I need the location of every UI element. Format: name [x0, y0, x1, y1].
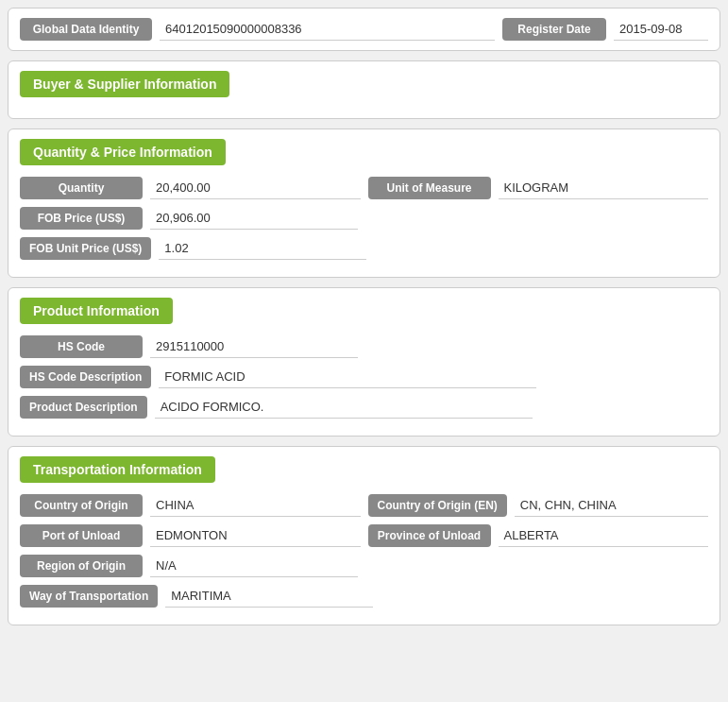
- transport-card: Transportation Information Country of Or…: [8, 446, 720, 625]
- hs-code-label: HS Code: [20, 335, 143, 358]
- quantity-group: Quantity 20,400.00: [20, 177, 361, 199]
- country-origin-en-value: CN, CHN, CHINA: [515, 494, 708, 517]
- buyer-supplier-header: Buyer & Supplier Information: [20, 71, 229, 97]
- buyer-supplier-card: Buyer & Supplier Information: [8, 60, 720, 119]
- quantity-value: 20,400.00: [150, 177, 361, 199]
- hs-desc-label: HS Code Description: [20, 366, 151, 388]
- product-header: Product Information: [20, 298, 173, 324]
- prod-desc-row: Product Description ACIDO FORMICO.: [20, 396, 708, 419]
- region-origin-row: Region of Origin N/A: [20, 555, 708, 577]
- hs-code-value: 2915110000: [150, 335, 358, 358]
- country-origin-value: CHINA: [150, 494, 361, 517]
- product-card: Product Information HS Code 2915110000 H…: [8, 287, 720, 437]
- country-origin-row: Country of Origin CHINA Country of Origi…: [20, 494, 708, 517]
- unit-label: Unit of Measure: [368, 177, 491, 199]
- country-origin-group: Country of Origin CHINA: [20, 494, 361, 517]
- hs-desc-row: HS Code Description FORMIC ACID: [20, 366, 708, 388]
- global-identity-card: Global Data Identity 6401201509000000833…: [8, 8, 720, 51]
- way-transport-row: Way of Transportation MARITIMA: [20, 585, 708, 608]
- hs-desc-value: FORMIC ACID: [159, 366, 536, 388]
- prod-desc-label: Product Description: [20, 396, 147, 419]
- fob-unit-price-value: 1.02: [159, 237, 366, 260]
- fob-price-label: FOB Price (US$): [20, 207, 143, 230]
- country-origin-label: Country of Origin: [20, 494, 143, 517]
- province-unload-group: Province of Unload ALBERTA: [368, 524, 709, 547]
- prod-desc-value: ACIDO FORMICO.: [155, 396, 533, 419]
- country-origin-en-label: Country of Origin (EN): [368, 494, 507, 517]
- register-date-value: 2015-09-08: [614, 18, 708, 41]
- hs-code-row: HS Code 2915110000: [20, 335, 708, 358]
- global-id-value: 64012015090000008336: [160, 18, 495, 41]
- way-transport-value: MARITIMA: [165, 585, 373, 608]
- global-id-row: Global Data Identity 6401201509000000833…: [20, 18, 708, 41]
- global-id-label: Global Data Identity: [20, 18, 152, 41]
- region-origin-value: N/A: [150, 555, 358, 577]
- fob-unit-price-row: FOB Unit Price (US$) 1.02: [20, 237, 708, 260]
- unit-value: KILOGRAM: [499, 177, 709, 199]
- port-unload-group: Port of Unload EDMONTON: [20, 524, 361, 547]
- province-unload-label: Province of Unload: [368, 524, 491, 547]
- qty-price-card: Quantity & Price Information Quantity 20…: [8, 128, 720, 278]
- port-unload-label: Port of Unload: [20, 524, 143, 547]
- country-origin-en-group: Country of Origin (EN) CN, CHN, CHINA: [368, 494, 709, 517]
- quantity-label: Quantity: [20, 177, 143, 199]
- quantity-row: Quantity 20,400.00 Unit of Measure KILOG…: [20, 177, 708, 199]
- region-origin-label: Region of Origin: [20, 555, 143, 577]
- unit-group: Unit of Measure KILOGRAM: [368, 177, 709, 199]
- fob-price-value: 20,906.00: [150, 207, 358, 230]
- port-unload-row: Port of Unload EDMONTON Province of Unlo…: [20, 524, 708, 547]
- way-transport-label: Way of Transportation: [20, 585, 158, 608]
- fob-unit-price-label: FOB Unit Price (US$): [20, 237, 151, 260]
- transport-header: Transportation Information: [20, 456, 215, 483]
- port-unload-value: EDMONTON: [150, 524, 361, 547]
- register-date-label: Register Date: [502, 18, 606, 41]
- qty-price-header: Quantity & Price Information: [20, 139, 226, 165]
- province-unload-value: ALBERTA: [499, 524, 709, 547]
- fob-price-row: FOB Price (US$) 20,906.00: [20, 207, 708, 230]
